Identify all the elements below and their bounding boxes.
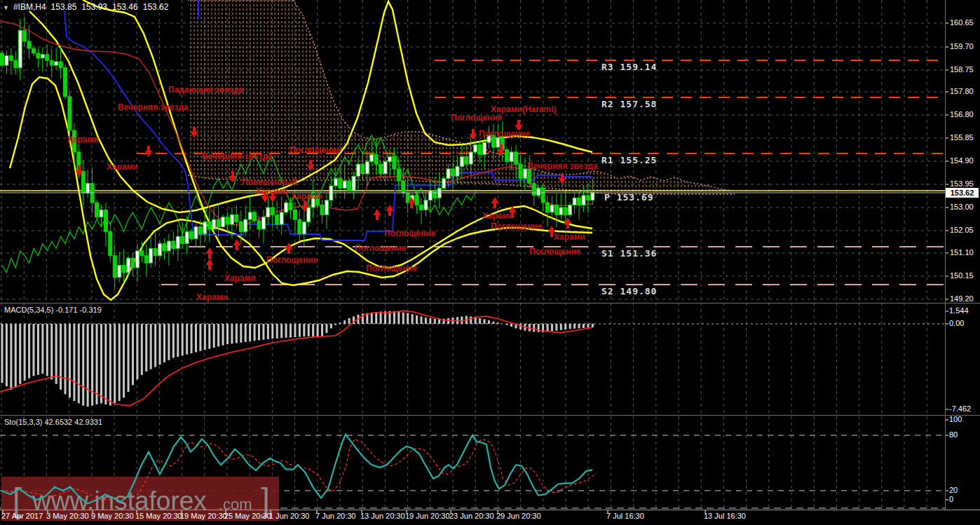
- macd-signal-line: [0, 311, 592, 405]
- chart-canvas[interactable]: [www.instaforex.com]: [0, 0, 980, 525]
- svg-text:[: [: [13, 482, 22, 518]
- price-axis-separator: [945, 0, 946, 510]
- arrow-up-icon: [491, 197, 499, 208]
- pane-separator[interactable]: [0, 303, 980, 304]
- svg-text:]: ]: [261, 482, 270, 518]
- pane-separator[interactable]: [0, 415, 980, 416]
- arrow-up-icon: [386, 205, 394, 216]
- svg-text:.com: .com: [219, 496, 252, 513]
- arrow-up-icon: [206, 259, 214, 270]
- arrow-up-icon: [548, 226, 556, 237]
- arrow-up-icon: [374, 209, 381, 220]
- arrow-down-icon: [470, 129, 477, 140]
- watermark: [www.instaforex.com]: [1, 477, 279, 521]
- arrow-down-icon: [145, 146, 153, 157]
- mt4-chart-window: [www.instaforex.com] ▼#IBM,H4153.85153.9…: [0, 0, 980, 525]
- arrow-up-icon: [564, 217, 572, 229]
- macd-pane[interactable]: [0, 311, 592, 407]
- arrow-down-icon: [515, 120, 523, 131]
- axis-separator: [0, 510, 980, 510]
- arrow-up-icon: [206, 247, 214, 259]
- arrow-up-icon: [285, 243, 293, 254]
- price-pane[interactable]: [0, 0, 945, 300]
- arrow-up-icon: [233, 239, 241, 250]
